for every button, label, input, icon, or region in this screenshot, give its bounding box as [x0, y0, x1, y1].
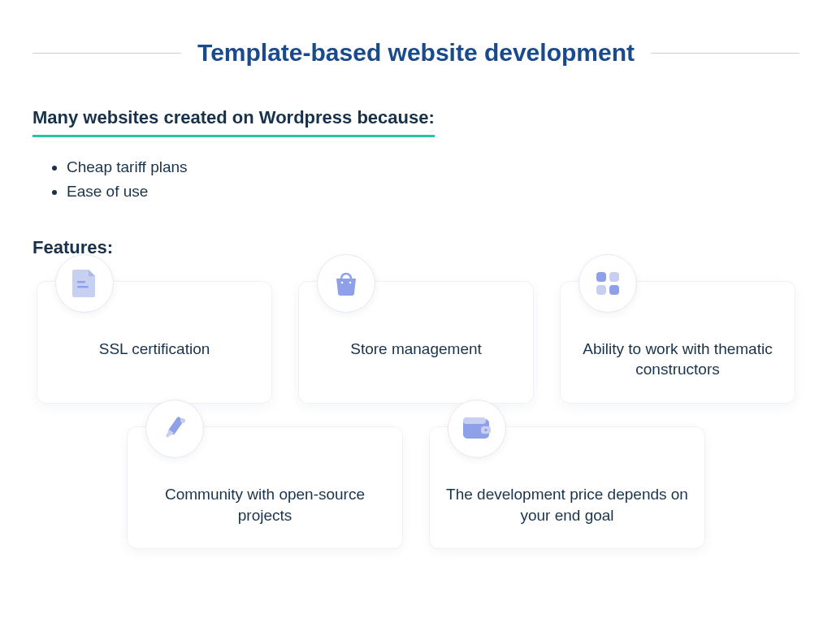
feature-cards-row-2: Community with open-source projects The …	[32, 426, 800, 549]
grid-icon	[578, 254, 637, 313]
subtitle: Many websites created on Wordpress becau…	[32, 107, 435, 137]
feature-label: SSL certification	[52, 339, 257, 360]
svg-point-9	[180, 418, 185, 423]
svg-point-2	[341, 281, 344, 283]
feature-label: Store management	[314, 339, 518, 360]
content: Many websites created on Wordpress becau…	[0, 67, 832, 549]
svg-rect-5	[609, 272, 619, 282]
reasons-list: Cheap tariff plans Ease of use	[32, 155, 800, 205]
feature-card-store: Store management	[298, 281, 534, 404]
wallet-icon	[448, 400, 506, 458]
svg-rect-4	[596, 272, 606, 282]
feature-label: Community with open-source projects	[142, 484, 388, 525]
feature-card-community: Community with open-source projects	[127, 426, 403, 549]
feature-card-thematic: Ability to work with thematic constructo…	[560, 281, 795, 404]
svg-rect-6	[596, 285, 606, 295]
reason-item: Cheap tariff plans	[67, 155, 800, 179]
svg-point-3	[349, 281, 352, 283]
feature-card-ssl: SSL certification	[37, 281, 272, 404]
rule-left	[32, 53, 181, 54]
bag-icon	[317, 254, 375, 313]
rule-right	[651, 53, 800, 54]
document-icon	[55, 254, 114, 313]
feature-label: The development price depends on your en…	[444, 484, 690, 525]
header: Template-based website development	[0, 0, 832, 67]
feature-card-price: The development price depends on your en…	[429, 426, 705, 549]
svg-rect-1	[77, 286, 89, 288]
reason-item: Ease of use	[67, 179, 800, 204]
feature-cards-row-1: SSL certification Store management	[32, 281, 800, 404]
page-title: Template-based website development	[197, 39, 635, 67]
svg-rect-7	[609, 285, 619, 295]
pencil-icon	[145, 400, 204, 458]
svg-rect-0	[77, 281, 85, 283]
svg-rect-11	[463, 417, 486, 424]
feature-label: Ability to work with thematic constructo…	[575, 339, 780, 380]
features-heading: Features:	[32, 237, 800, 258]
svg-point-13	[484, 429, 488, 432]
